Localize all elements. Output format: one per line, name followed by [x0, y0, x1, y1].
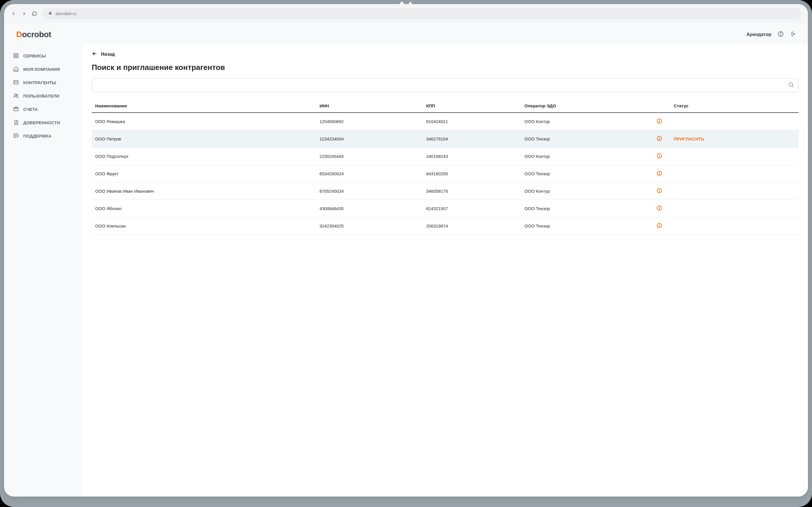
- sidebar-item-counterparties[interactable]: КОНТРАГЕНТЫ: [10, 76, 76, 89]
- table-row[interactable]: ООО Ромашка1204560892810424021ООО Контур: [92, 113, 799, 130]
- sidebar-item-label: СЕРВИСЫ: [23, 53, 46, 58]
- cell-kpp: 624321507: [422, 200, 521, 217]
- cell-inn: 1204560892: [316, 113, 423, 130]
- cell-kpp: 843160250: [422, 165, 521, 182]
- invite-button[interactable]: ПРИГЛАСИТЬ: [674, 136, 704, 141]
- camera-dot-icon: [400, 2, 404, 5]
- brand-logo[interactable]: Docrobot: [16, 30, 51, 39]
- alert-icon: [656, 189, 662, 194]
- svg-point-13: [17, 135, 17, 135]
- brand-accent: D: [16, 30, 22, 39]
- alert-icon: [656, 207, 662, 212]
- alert-icon: [656, 155, 662, 160]
- cell-status: [671, 217, 799, 235]
- table-row[interactable]: ООО Иванов Иван Иванович8705245024346058…: [92, 182, 799, 200]
- users-icon: [13, 93, 19, 99]
- mail-icon: [13, 79, 19, 86]
- sidebar-item-services[interactable]: СЕРВИСЫ: [10, 49, 76, 62]
- cell-status: [671, 200, 799, 217]
- cell-inn: 2230245445: [316, 148, 423, 165]
- cell-kpp: 346279154: [422, 130, 521, 148]
- search-field[interactable]: [92, 78, 799, 92]
- svg-point-28: [659, 226, 660, 227]
- sidebar-item-users[interactable]: ПОЛЬЗОВАТЕЛИ: [10, 89, 76, 103]
- svg-point-24: [659, 191, 660, 192]
- search-input[interactable]: [96, 83, 788, 88]
- table-row[interactable]: ООО Фрукт6534200024843160250ООО Тензор: [92, 165, 799, 182]
- cell-status: [671, 148, 799, 165]
- arrow-left-icon: [92, 51, 98, 58]
- cell-status: [671, 113, 799, 130]
- back-label: Назад: [101, 52, 115, 57]
- alert-icon: [656, 137, 662, 142]
- cell-operator: ООО Контур: [521, 148, 653, 165]
- cell-operator: ООО Тензор: [521, 217, 653, 235]
- cell-operator: ООО Тензор: [521, 200, 653, 217]
- brand-rest: ocrobot: [22, 30, 51, 39]
- col-kpp: КПП: [422, 99, 521, 113]
- help-icon[interactable]: [778, 31, 784, 38]
- logout-icon[interactable]: [790, 31, 796, 38]
- wallet-icon: [13, 106, 19, 112]
- cell-kpp: 346058176: [422, 182, 521, 200]
- topbar-right: Арендатор: [746, 31, 796, 38]
- sidebar-item-label: ДОВЕРЕННОСТИ: [23, 120, 60, 125]
- back-icon[interactable]: [11, 11, 16, 16]
- sidebar-item-poa[interactable]: ДОВЕРЕННОСТИ: [10, 116, 76, 129]
- sensor-dot-icon: [409, 2, 412, 5]
- cell-inn: 1234234004: [316, 130, 423, 148]
- svg-point-14: [789, 83, 793, 87]
- cell-inn: 8705245024: [316, 182, 423, 200]
- svg-rect-2: [14, 54, 16, 55]
- browser-toolbar: docrobot.ru: [4, 4, 808, 23]
- url-text: docrobot.ru: [56, 11, 76, 16]
- sidebar-item-label: СЧЕТА: [23, 107, 38, 112]
- device-frame: docrobot.ru Docrobot Арендатор: [0, 0, 812, 507]
- cell-inn: 4300646435: [316, 200, 423, 217]
- cell-operator: ООО Контур: [521, 113, 653, 130]
- reload-icon[interactable]: [32, 11, 37, 16]
- tenant-label[interactable]: Арендатор: [746, 32, 771, 37]
- svg-point-16: [659, 122, 660, 122]
- cell-inn: 3242354025: [316, 217, 423, 235]
- sidebar-item-invoices[interactable]: СЧЕТА: [10, 103, 76, 116]
- search-icon[interactable]: [788, 81, 794, 89]
- table-row[interactable]: ООО Яблоко4300646435624321507ООО Тензор: [92, 200, 799, 217]
- table-row[interactable]: ООО Апельсин3242354025206319874ООО Тензо…: [92, 217, 799, 235]
- counterparty-table: Наименование ИНН КПП Оператор ЭДО Статус…: [92, 99, 799, 235]
- svg-point-26: [659, 209, 660, 210]
- app-root: Docrobot Арендатор: [4, 23, 808, 497]
- cell-status: [671, 165, 799, 182]
- sidebar: СЕРВИСЫ МОЯ КОМПАНИЯ КОНТРАГЕНТЫ: [4, 44, 82, 497]
- cell-alert: [653, 113, 671, 130]
- svg-rect-4: [14, 56, 16, 58]
- table-row[interactable]: ООО Подсолнух2230245445240198243ООО Конт…: [92, 148, 799, 165]
- cell-name: ООО Подсолнух: [92, 148, 316, 165]
- forward-icon[interactable]: [21, 11, 27, 16]
- cell-name: ООО Иванов Иван Иванович: [92, 182, 316, 200]
- sidebar-item-label: МОЯ КОМПАНИЯ: [23, 67, 60, 72]
- address-bar[interactable]: docrobot.ru: [42, 8, 801, 19]
- sidebar-item-label: ПОЛЬЗОВАТЕЛИ: [23, 94, 59, 98]
- sidebar-item-company[interactable]: МОЯ КОМПАНИЯ: [10, 62, 76, 76]
- svg-point-8: [16, 94, 18, 96]
- chat-icon: [13, 133, 19, 139]
- cell-name: ООО Фрукт: [92, 165, 316, 182]
- home-icon: [13, 66, 19, 72]
- cell-name: ООО Петров: [92, 130, 316, 148]
- cell-name: ООО Ромашка: [92, 113, 316, 130]
- table-header-row: Наименование ИНН КПП Оператор ЭДО Статус: [92, 99, 799, 113]
- sidebar-item-support[interactable]: ПОДДЕРЖКА: [10, 129, 76, 143]
- grid-icon: [13, 53, 19, 59]
- back-button[interactable]: Назад: [92, 51, 799, 58]
- svg-rect-9: [14, 108, 18, 111]
- content-area: Назад Поиск и приглашение контрагентов Н…: [82, 44, 808, 497]
- cell-kpp: 206319874: [422, 217, 521, 235]
- cell-name: ООО Яблоко: [92, 200, 316, 217]
- alert-icon: [656, 120, 662, 125]
- svg-point-7: [14, 94, 16, 96]
- col-name: Наименование: [92, 99, 316, 113]
- cell-operator: ООО Тензор: [521, 130, 653, 148]
- table-row[interactable]: ООО Петров1234234004346279154ООО ТензорП…: [92, 130, 799, 148]
- svg-rect-3: [16, 54, 18, 55]
